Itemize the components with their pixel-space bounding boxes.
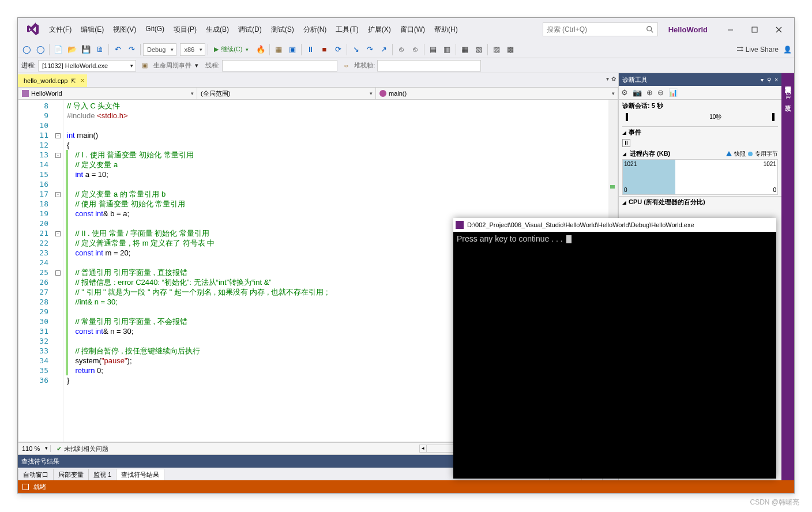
continue-button[interactable]: ▶继续(C) — [210, 43, 253, 56]
diag-timeline[interactable]: 10秒 — [622, 112, 778, 127]
diag-chart-icon[interactable]: 📊 — [668, 88, 678, 97]
menu-item[interactable]: 帮助(H) — [430, 22, 463, 37]
platform-dropdown[interactable]: x86 — [180, 43, 205, 56]
lifecycle-icon[interactable]: ▣ — [142, 62, 148, 69]
step-into-icon[interactable]: ↘ — [349, 43, 362, 56]
toolbar-main: ◯ ◯ 📄 📂 💾 🗎 ↶ ↷ Debug x86 ▶继续(C) 🔥 ▦ ▣ ⏸… — [18, 41, 794, 58]
open-icon[interactable]: 📂 — [66, 43, 78, 56]
dock-tab[interactable]: Git 更改 — [783, 86, 794, 105]
nav-fwd-icon[interactable]: ◯ — [34, 43, 47, 56]
tab-pin-icon[interactable]: ⇱ — [71, 78, 76, 84]
hot-reload-icon[interactable]: 🔥 — [254, 43, 267, 56]
panel-tab[interactable]: 监视 1 — [88, 469, 116, 480]
share-icon: ⮆ — [736, 46, 743, 54]
watermark: CSDN @韩曙亮 — [750, 498, 799, 507]
maximize-button[interactable] — [742, 21, 766, 38]
diag-snapshot-icon[interactable]: 📷 — [633, 88, 642, 97]
save-all-icon[interactable]: 🗎 — [93, 43, 106, 56]
menu-item[interactable]: 工具(T) — [331, 22, 363, 37]
diag-dropdown-icon[interactable]: ▾ — [761, 77, 764, 83]
toolbar-debug: 进程: [11032] HelloWorld.exe ▣ 生命周期事件 ▾ 线程… — [18, 58, 794, 73]
step-over-icon[interactable]: ↷ — [363, 43, 376, 56]
panel-tab[interactable]: 自动窗口 — [18, 469, 54, 480]
menu-item[interactable]: 扩展(X) — [363, 22, 396, 37]
menu-item[interactable]: 文件(F) — [44, 22, 76, 37]
extra-icon-4[interactable]: ▥ — [441, 43, 453, 56]
process-dropdown[interactable]: [11032] HelloWorld.exe — [38, 60, 136, 71]
stack-icon: ⎃ — [344, 62, 348, 69]
extra-icon-3[interactable]: ▤ — [427, 43, 439, 56]
diagnostics-header[interactable]: 诊断工具 ▾⚲× — [619, 73, 781, 86]
tab-tools: ▾ ✿ — [606, 76, 616, 82]
tab-close-icon[interactable]: × — [80, 77, 84, 85]
diag-close-icon[interactable]: × — [775, 77, 778, 83]
account-icon[interactable]: 👤 — [783, 46, 792, 54]
tool-icon-1[interactable]: ▦ — [272, 43, 285, 56]
solution-name: HelloWorld — [668, 25, 708, 34]
dock-tab[interactable]: 解决方案资源管理器 — [783, 77, 794, 86]
scope-project[interactable]: HelloWorld — [18, 88, 197, 99]
new-file-icon[interactable]: 📄 — [52, 43, 65, 56]
console-icon — [456, 221, 464, 229]
minimize-button[interactable] — [718, 21, 742, 38]
diag-zoomout-icon[interactable]: ⊖ — [657, 88, 664, 97]
menu-item[interactable]: 测试(S) — [266, 22, 299, 37]
nav-back-icon[interactable]: ◯ — [20, 43, 33, 56]
diag-cpu-header[interactable]: CPU (所有处理器的百分比) — [619, 196, 781, 208]
console-window[interactable]: D:\002_Project\006_Visual_Studio\HelloWo… — [453, 218, 776, 479]
editor-tab[interactable]: hello_world.cpp ⇱ × — [18, 74, 87, 87]
tool-icon-2[interactable]: ▣ — [286, 43, 299, 56]
menu-item[interactable]: 视图(V) — [108, 22, 141, 37]
redo-icon[interactable]: ↷ — [125, 43, 138, 56]
menu-item[interactable]: 编辑(E) — [76, 22, 108, 37]
menu-item[interactable]: 生成(B) — [201, 22, 234, 37]
scope-function[interactable]: main() — [376, 88, 618, 99]
menu-item[interactable]: Git(G) — [141, 22, 169, 37]
status-text: 就绪 — [33, 483, 46, 491]
extra-icon-1[interactable]: ⎋ — [395, 43, 408, 56]
undo-icon[interactable]: ↶ — [111, 43, 124, 56]
stack-label: 堆栈帧: — [354, 61, 375, 70]
save-icon[interactable]: 💾 — [80, 43, 92, 56]
scope-namespace[interactable]: (全局范围) — [197, 88, 376, 99]
diag-settings-icon[interactable]: ⚙ — [621, 88, 628, 97]
issues-status[interactable]: 未找到相关问题 — [51, 445, 417, 453]
console-cursor — [566, 235, 572, 243]
diag-memory-header[interactable]: ◢进程内存 (KB) 快照 专用字节 — [619, 148, 781, 159]
menu-item[interactable]: 窗口(W) — [396, 22, 430, 37]
extra-icon-2[interactable]: ⎋ — [409, 43, 422, 56]
thread-dropdown[interactable] — [222, 60, 337, 71]
lifecycle-label: 生命周期事件 — [153, 61, 191, 70]
diag-pin-icon[interactable]: ⚲ — [767, 77, 771, 83]
diag-session: 诊断会话: 5 秒 — [619, 100, 781, 112]
window-controls — [718, 21, 791, 38]
console-titlebar[interactable]: D:\002_Project\006_Visual_Studio\HelloWo… — [453, 218, 776, 232]
tab-dropdown-icon[interactable]: ▾ — [606, 76, 609, 82]
status-indicator-icon — [22, 484, 29, 490]
config-dropdown[interactable]: Debug — [143, 43, 176, 56]
panel-tab[interactable]: 查找符号结果 — [116, 469, 164, 480]
live-share-button[interactable]: ⮆ Live Share — [736, 46, 779, 54]
step-out-icon[interactable]: ↗ — [377, 43, 390, 56]
diag-memory-chart[interactable]: 1021 1021 0 0 — [622, 159, 778, 195]
restart-icon[interactable]: ⟳ — [332, 43, 344, 56]
menu-item[interactable]: 项目(P) — [169, 22, 201, 37]
diag-events-header[interactable]: 事件 — [619, 127, 781, 138]
search-input[interactable] — [547, 25, 646, 33]
extra-icon-7[interactable]: ▨ — [490, 43, 503, 56]
pause-icon[interactable]: ⏸ — [304, 43, 317, 56]
tab-settings-icon[interactable]: ✿ — [611, 76, 616, 82]
stop-icon[interactable]: ■ — [318, 43, 330, 56]
panel-tab[interactable]: 局部变量 — [53, 469, 89, 480]
menu-item[interactable]: 调试(D) — [234, 22, 266, 37]
menu-item[interactable]: 分析(N) — [299, 22, 332, 37]
fold-gutter[interactable]: ----- — [53, 100, 63, 442]
extra-icon-6[interactable]: ▧ — [472, 43, 485, 56]
search-box[interactable] — [543, 22, 658, 36]
extra-icon-8[interactable]: ▩ — [504, 43, 517, 56]
diag-zoomin-icon[interactable]: ⊕ — [646, 88, 653, 97]
zoom-dropdown[interactable]: 110 % — [18, 445, 51, 452]
extra-icon-5[interactable]: ▦ — [458, 43, 471, 56]
close-button[interactable] — [766, 21, 791, 38]
stack-dropdown[interactable] — [377, 60, 481, 71]
